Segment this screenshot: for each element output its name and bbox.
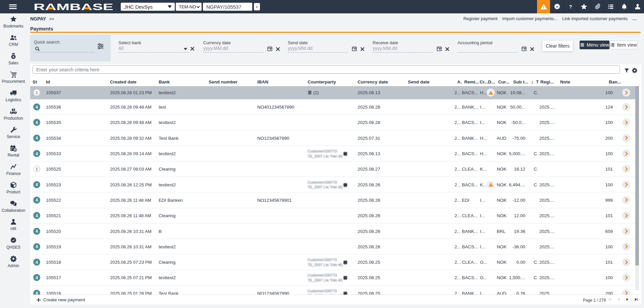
svg-text:$: $ — [14, 148, 16, 151]
svg-text:$: $ — [12, 55, 14, 59]
svg-text:RAMBASE: RAMBASE — [34, 2, 113, 12]
svg-text:?: ? — [569, 4, 572, 9]
